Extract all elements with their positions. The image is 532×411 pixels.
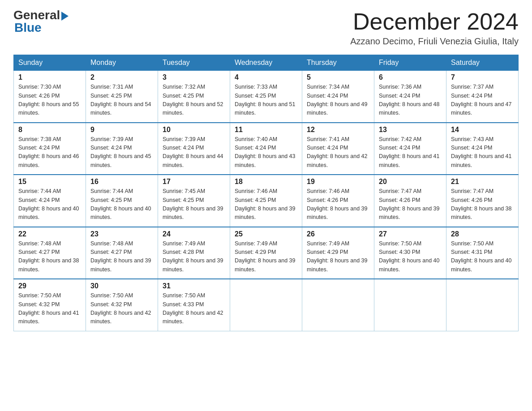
day-number: 30	[90, 282, 153, 290]
calendar-day-cell: 24Sunrise: 7:49 AMSunset: 4:28 PMDayligh…	[158, 227, 230, 279]
calendar-week-row: 29Sunrise: 7:50 AMSunset: 4:32 PMDayligh…	[14, 279, 519, 331]
day-number: 7	[451, 73, 514, 81]
day-number: 8	[18, 126, 81, 134]
day-info: Sunrise: 7:50 AMSunset: 4:31 PMDaylight:…	[451, 240, 514, 274]
day-of-week-header: Friday	[374, 55, 446, 71]
calendar-day-cell: 15Sunrise: 7:44 AMSunset: 4:24 PMDayligh…	[14, 175, 86, 227]
calendar-day-cell: 29Sunrise: 7:50 AMSunset: 4:32 PMDayligh…	[14, 279, 86, 331]
day-info: Sunrise: 7:50 AMSunset: 4:30 PMDaylight:…	[379, 240, 442, 274]
calendar-day-cell: 1Sunrise: 7:30 AMSunset: 4:26 PMDaylight…	[14, 71, 86, 123]
calendar-day-cell: 11Sunrise: 7:40 AMSunset: 4:24 PMDayligh…	[230, 123, 302, 175]
day-info: Sunrise: 7:36 AMSunset: 4:24 PMDaylight:…	[379, 83, 442, 118]
day-info: Sunrise: 7:50 AMSunset: 4:33 PMDaylight:…	[163, 291, 225, 326]
calendar-day-cell: 23Sunrise: 7:48 AMSunset: 4:27 PMDayligh…	[86, 227, 158, 279]
calendar-day-cell: 5Sunrise: 7:34 AMSunset: 4:24 PMDaylight…	[302, 71, 374, 123]
calendar-day-cell: 22Sunrise: 7:48 AMSunset: 4:27 PMDayligh…	[14, 227, 86, 279]
day-of-week-header: Tuesday	[158, 55, 230, 71]
calendar-day-cell: 16Sunrise: 7:44 AMSunset: 4:25 PMDayligh…	[86, 175, 158, 227]
day-info: Sunrise: 7:48 AMSunset: 4:27 PMDaylight:…	[90, 240, 153, 274]
day-number: 5	[307, 73, 369, 81]
day-info: Sunrise: 7:39 AMSunset: 4:24 PMDaylight:…	[90, 135, 153, 170]
calendar-day-cell: 26Sunrise: 7:49 AMSunset: 4:29 PMDayligh…	[302, 227, 374, 279]
day-number: 15	[18, 178, 81, 186]
day-number: 13	[379, 126, 442, 134]
calendar-day-cell: 27Sunrise: 7:50 AMSunset: 4:30 PMDayligh…	[374, 227, 446, 279]
calendar-day-cell: 9Sunrise: 7:39 AMSunset: 4:24 PMDaylight…	[86, 123, 158, 175]
calendar-day-cell: 25Sunrise: 7:49 AMSunset: 4:29 PMDayligh…	[230, 227, 302, 279]
day-info: Sunrise: 7:31 AMSunset: 4:25 PMDaylight:…	[90, 83, 153, 118]
page-header: General Blue December 2024 Azzano Decimo…	[13, 9, 519, 47]
calendar-day-cell: 6Sunrise: 7:36 AMSunset: 4:24 PMDaylight…	[374, 71, 446, 123]
day-of-week-header: Monday	[86, 55, 158, 71]
day-number: 14	[451, 126, 514, 134]
calendar-day-cell: 31Sunrise: 7:50 AMSunset: 4:33 PMDayligh…	[158, 279, 230, 331]
day-number: 3	[163, 73, 225, 81]
calendar-day-cell: 19Sunrise: 7:46 AMSunset: 4:26 PMDayligh…	[302, 175, 374, 227]
logo-general-text: General	[13, 9, 60, 21]
day-number: 10	[163, 126, 225, 134]
logo: General Blue	[13, 9, 69, 35]
day-number: 28	[451, 230, 514, 238]
day-number: 16	[90, 178, 153, 186]
day-info: Sunrise: 7:47 AMSunset: 4:26 PMDaylight:…	[451, 187, 514, 222]
title-section: December 2024 Azzano Decimo, Friuli Vene…	[350, 9, 519, 47]
calendar-day-cell: 30Sunrise: 7:50 AMSunset: 4:32 PMDayligh…	[86, 279, 158, 331]
day-info: Sunrise: 7:46 AMSunset: 4:25 PMDaylight:…	[235, 187, 297, 222]
calendar-day-cell: 12Sunrise: 7:41 AMSunset: 4:24 PMDayligh…	[302, 123, 374, 175]
day-info: Sunrise: 7:32 AMSunset: 4:25 PMDaylight:…	[163, 83, 225, 118]
day-info: Sunrise: 7:47 AMSunset: 4:26 PMDaylight:…	[379, 187, 442, 222]
calendar-day-cell: 20Sunrise: 7:47 AMSunset: 4:26 PMDayligh…	[374, 175, 446, 227]
calendar-day-cell: 4Sunrise: 7:33 AMSunset: 4:25 PMDaylight…	[230, 71, 302, 123]
day-number: 25	[235, 230, 297, 238]
day-number: 1	[18, 73, 81, 81]
month-title: December 2024	[350, 9, 519, 34]
day-info: Sunrise: 7:37 AMSunset: 4:24 PMDaylight:…	[451, 83, 514, 118]
day-number: 27	[379, 230, 442, 238]
calendar-header-row: SundayMondayTuesdayWednesdayThursdayFrid…	[14, 55, 519, 71]
logo-blue-text: Blue	[14, 21, 42, 35]
calendar-week-row: 15Sunrise: 7:44 AMSunset: 4:24 PMDayligh…	[14, 175, 519, 227]
day-info: Sunrise: 7:49 AMSunset: 4:29 PMDaylight:…	[307, 240, 369, 274]
calendar-day-cell: 2Sunrise: 7:31 AMSunset: 4:25 PMDaylight…	[86, 71, 158, 123]
day-info: Sunrise: 7:49 AMSunset: 4:28 PMDaylight:…	[163, 240, 225, 274]
calendar-table: SundayMondayTuesdayWednesdayThursdayFrid…	[13, 55, 519, 331]
day-number: 12	[307, 126, 369, 134]
day-number: 22	[18, 230, 81, 238]
day-number: 18	[235, 178, 297, 186]
calendar-day-cell: 21Sunrise: 7:47 AMSunset: 4:26 PMDayligh…	[446, 175, 519, 227]
day-number: 21	[451, 178, 514, 186]
day-info: Sunrise: 7:49 AMSunset: 4:29 PMDaylight:…	[235, 240, 297, 274]
calendar-week-row: 1Sunrise: 7:30 AMSunset: 4:26 PMDaylight…	[14, 71, 519, 123]
calendar-day-cell: 10Sunrise: 7:39 AMSunset: 4:24 PMDayligh…	[158, 123, 230, 175]
day-of-week-header: Sunday	[14, 55, 86, 71]
calendar-day-cell: 13Sunrise: 7:42 AMSunset: 4:24 PMDayligh…	[374, 123, 446, 175]
location-text: Azzano Decimo, Friuli Venezia Giulia, It…	[350, 36, 519, 47]
day-info: Sunrise: 7:42 AMSunset: 4:24 PMDaylight:…	[379, 135, 442, 170]
calendar-week-row: 8Sunrise: 7:38 AMSunset: 4:24 PMDaylight…	[14, 123, 519, 175]
calendar-day-cell: 8Sunrise: 7:38 AMSunset: 4:24 PMDaylight…	[14, 123, 86, 175]
day-number: 24	[163, 230, 225, 238]
calendar-day-cell: 28Sunrise: 7:50 AMSunset: 4:31 PMDayligh…	[446, 227, 519, 279]
day-info: Sunrise: 7:33 AMSunset: 4:25 PMDaylight:…	[235, 83, 297, 118]
day-info: Sunrise: 7:48 AMSunset: 4:27 PMDaylight:…	[18, 240, 81, 274]
day-number: 19	[307, 178, 369, 186]
calendar-day-cell	[230, 279, 302, 331]
day-of-week-header: Wednesday	[230, 55, 302, 71]
day-number: 31	[163, 282, 225, 290]
calendar-day-cell	[302, 279, 374, 331]
calendar-week-row: 22Sunrise: 7:48 AMSunset: 4:27 PMDayligh…	[14, 227, 519, 279]
day-info: Sunrise: 7:43 AMSunset: 4:24 PMDaylight:…	[451, 135, 514, 170]
calendar-day-cell: 17Sunrise: 7:45 AMSunset: 4:25 PMDayligh…	[158, 175, 230, 227]
calendar-day-cell: 14Sunrise: 7:43 AMSunset: 4:24 PMDayligh…	[446, 123, 519, 175]
day-info: Sunrise: 7:44 AMSunset: 4:24 PMDaylight:…	[18, 187, 81, 222]
day-number: 6	[379, 73, 442, 81]
day-of-week-header: Thursday	[302, 55, 374, 71]
day-info: Sunrise: 7:38 AMSunset: 4:24 PMDaylight:…	[18, 135, 81, 170]
day-info: Sunrise: 7:44 AMSunset: 4:25 PMDaylight:…	[90, 187, 153, 222]
day-number: 11	[235, 126, 297, 134]
day-info: Sunrise: 7:41 AMSunset: 4:24 PMDaylight:…	[307, 135, 369, 170]
day-number: 26	[307, 230, 369, 238]
day-number: 9	[90, 126, 153, 134]
day-number: 2	[90, 73, 153, 81]
day-info: Sunrise: 7:39 AMSunset: 4:24 PMDaylight:…	[163, 135, 225, 170]
